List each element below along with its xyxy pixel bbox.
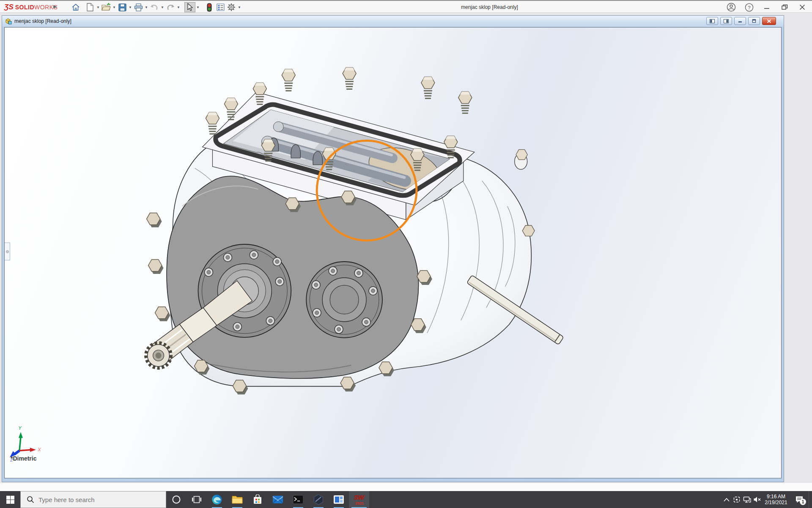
triad-y-label: Y: [18, 425, 22, 431]
sw-icon-text: SW: [354, 494, 365, 501]
tray-chevron-button[interactable]: [721, 491, 732, 508]
redo-button[interactable]: [165, 2, 176, 12]
close-button[interactable]: [797, 3, 808, 12]
show-desktop-button[interactable]: [809, 491, 812, 508]
home-icon: [71, 3, 80, 11]
taskbar-app-hexagon[interactable]: [308, 491, 329, 508]
doc-close-icon: [767, 19, 771, 23]
hexagon-app-icon: [313, 494, 324, 505]
document-window: menjac sklop [Read-only]: [2, 15, 784, 482]
file-properties-icon: [217, 3, 225, 11]
file-properties-button[interactable]: [215, 2, 226, 12]
options-dropdown[interactable]: ▼: [237, 2, 242, 12]
save-dropdown[interactable]: ▼: [128, 2, 133, 12]
command-prompt-icon: [293, 495, 304, 504]
options-gear-icon: [227, 3, 236, 11]
task-view-button[interactable]: [187, 491, 207, 508]
help-button[interactable]: ?: [743, 3, 754, 12]
taskbar-app-file-explorer[interactable]: [227, 491, 247, 508]
undo-button[interactable]: [149, 2, 160, 12]
titlebar-controls: ?: [726, 2, 808, 12]
undo-icon: [150, 3, 159, 11]
select-dropdown[interactable]: ▼: [195, 2, 200, 12]
panel-collapse-handle[interactable]: [5, 243, 10, 260]
save-button[interactable]: [117, 2, 128, 12]
pane-right-icon: [724, 19, 729, 23]
triad-x-label: X: [37, 447, 41, 452]
sw-icon-year: 2021: [355, 501, 364, 505]
print-dropdown[interactable]: ▼: [144, 2, 149, 12]
system-tray: 9:16 AM 2/19/2021 1: [721, 491, 812, 508]
open-icon: [102, 3, 111, 11]
mail-icon: [272, 495, 283, 504]
windows-taskbar: SW 2021: [0, 491, 812, 508]
pane-right-button[interactable]: [720, 17, 732, 25]
app-title: menjac sklop [Read-only]: [461, 4, 518, 10]
task-view-icon: [192, 496, 201, 503]
home-button[interactable]: [70, 2, 81, 12]
taskbar-app-edge[interactable]: [207, 491, 227, 508]
undo-dropdown[interactable]: ▼: [160, 2, 165, 12]
maximize-button[interactable]: [779, 3, 790, 12]
gearbox-3d-model: Y X Z: [5, 28, 781, 478]
taskbar-clock[interactable]: 9:16 AM 2/19/2021: [762, 494, 790, 505]
rebuild-traffic-light-icon: [207, 3, 212, 12]
help-icon: ?: [745, 3, 754, 12]
taskbar-app-tiles[interactable]: [329, 491, 349, 508]
solidworks-2021-icon: SW 2021: [352, 493, 366, 506]
chevron-up-icon: [724, 498, 730, 502]
tray-network-button[interactable]: [742, 491, 752, 508]
tiles-app-icon: [333, 495, 344, 504]
ethernet-icon: [743, 496, 751, 503]
solidworks-main-window: ƷS SOLID WORKS ▶ ▼: [0, 0, 812, 508]
new-document-button[interactable]: [85, 2, 96, 12]
doc-close-button[interactable]: [762, 17, 776, 25]
doc-restore-button[interactable]: [748, 17, 760, 25]
cortana-button[interactable]: [166, 491, 187, 508]
collapse-handle-icon: [6, 250, 9, 253]
right-bearing-cover: [306, 262, 382, 338]
pane-left-button[interactable]: [706, 17, 718, 25]
taskbar-search[interactable]: [20, 491, 166, 508]
save-icon: [118, 3, 126, 11]
taskbar-app-terminal[interactable]: [288, 491, 308, 508]
taskbar-app-mail[interactable]: [268, 491, 288, 508]
clock-time: 9:16 AM: [762, 494, 790, 500]
restore-icon: [782, 4, 788, 10]
3ds-logo-glyph: ƷS: [4, 3, 14, 11]
taskbar-app-solidworks[interactable]: SW 2021: [349, 491, 369, 508]
search-input[interactable]: [38, 496, 144, 503]
doc-minimize-button[interactable]: [734, 17, 746, 25]
windows-start-icon: [6, 496, 14, 504]
print-button[interactable]: [133, 2, 144, 12]
minimize-button[interactable]: [761, 3, 772, 12]
start-button[interactable]: [0, 491, 20, 508]
document-window-buttons: [706, 17, 776, 25]
menu-expand-arrow[interactable]: ▶: [53, 4, 57, 9]
tray-volume-button[interactable]: [752, 491, 762, 508]
cortana-icon: [172, 495, 181, 504]
microsoft-store-icon: [252, 494, 263, 505]
new-document-icon: [86, 3, 94, 11]
doc-restore-icon: [752, 19, 756, 23]
notification-badge: 1: [800, 499, 806, 505]
open-button[interactable]: [101, 2, 112, 12]
document-titlebar[interactable]: menjac sklop [Read-only]: [2, 16, 784, 27]
close-icon: [799, 4, 805, 10]
new-document-dropdown[interactable]: ▼: [96, 2, 101, 12]
graphics-viewport[interactable]: Y X Z *Dimetric: [4, 27, 782, 478]
taskbar-app-store[interactable]: [247, 491, 268, 508]
microsoft-edge-icon: [211, 494, 222, 505]
rebuild-button[interactable]: [204, 2, 215, 12]
tray-device-button[interactable]: [732, 491, 742, 508]
solidworks-logo: ƷS SOLID WORKS: [4, 3, 58, 11]
open-dropdown[interactable]: ▼: [112, 2, 117, 12]
search-icon: [27, 496, 34, 503]
action-center-button[interactable]: 1: [790, 491, 809, 508]
redo-dropdown[interactable]: ▼: [176, 2, 181, 12]
options-button[interactable]: [226, 2, 237, 12]
select-button[interactable]: [184, 2, 195, 12]
doc-minimize-icon: [738, 19, 742, 23]
pane-left-icon: [710, 19, 715, 23]
account-button[interactable]: [726, 3, 737, 12]
